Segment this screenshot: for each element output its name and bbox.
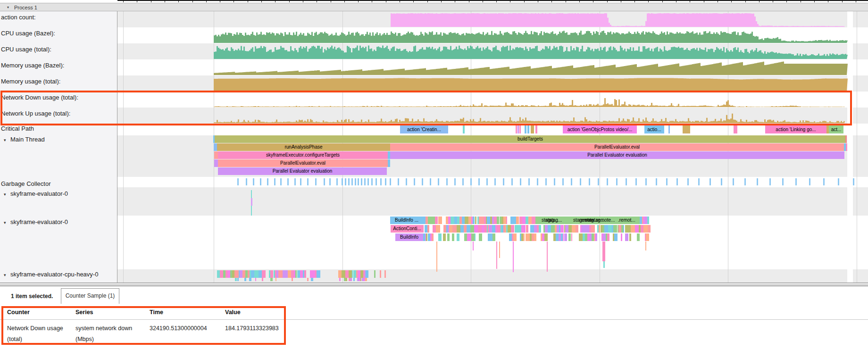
dense-slice[interactable]	[345, 278, 348, 281]
gc-event-tick[interactable]	[580, 178, 581, 185]
dense-slice[interactable]	[380, 270, 381, 278]
thread-slice[interactable]	[846, 143, 847, 151]
dense-slice[interactable]	[568, 225, 572, 233]
collapse-triangle-icon[interactable]: ▾	[4, 192, 10, 197]
sidebar-track-label[interactable]: Network Up usage (total):	[1, 110, 70, 117]
gc-event-tick[interactable]	[342, 178, 343, 185]
dense-slice[interactable]	[467, 233, 470, 241]
cell-time[interactable]: 324190.51300000004	[150, 323, 220, 334]
collapse-triangle-icon[interactable]: ▾	[4, 220, 10, 225]
column-header-counter[interactable]: Counter	[7, 309, 30, 316]
gc-event-tick[interactable]	[486, 178, 488, 185]
gc-event-tick[interactable]	[589, 178, 590, 185]
gc-event-tick[interactable]	[446, 178, 448, 185]
gc-event-tick[interactable]	[478, 178, 480, 185]
dense-slice[interactable]	[436, 225, 440, 233]
gc-event-tick[interactable]	[503, 178, 504, 185]
thread-slice[interactable]	[214, 143, 217, 151]
dense-slice[interactable]	[467, 225, 470, 233]
dense-slice[interactable]	[451, 217, 454, 224]
dense-slice[interactable]	[342, 270, 345, 278]
dense-slice[interactable]	[425, 225, 427, 233]
gc-event-tick[interactable]	[348, 178, 350, 185]
dense-slice[interactable]	[259, 270, 262, 278]
dense-slice[interactable]	[582, 225, 586, 233]
dense-slice[interactable]	[629, 233, 631, 241]
call-stack-spike[interactable]	[513, 242, 514, 272]
dense-slice[interactable]	[508, 225, 511, 233]
gc-event-tick[interactable]	[545, 178, 547, 185]
gc-event-tick[interactable]	[511, 178, 513, 185]
thread-slice[interactable]	[388, 159, 390, 167]
dense-slice[interactable]	[438, 233, 442, 241]
dense-slice[interactable]	[384, 270, 386, 278]
dense-slice[interactable]	[457, 233, 459, 241]
gc-event-tick[interactable]	[733, 178, 734, 185]
sidebar-track-group[interactable]: ▾skyframe-evaluator-0	[4, 190, 68, 197]
dense-slice[interactable]	[523, 233, 525, 241]
gc-event-tick[interactable]	[645, 178, 647, 185]
sidebar-track-group[interactable]: ▾Main Thread	[4, 136, 45, 143]
dense-slice[interactable]	[534, 233, 536, 241]
dense-slice[interactable]	[510, 217, 514, 224]
dense-slice[interactable]	[479, 217, 482, 224]
gc-event-tick[interactable]	[795, 178, 797, 185]
call-stack-spike[interactable]	[473, 242, 474, 250]
gc-event-tick[interactable]	[364, 178, 366, 185]
sidebar-track-group[interactable]: ▾skyframe-evaluator-0	[4, 218, 68, 225]
sidebar-track-group[interactable]: ▾skyframe-evaluator-cpu-heavy-0	[4, 271, 98, 278]
skyframe-slice[interactable]: BuildInfo	[395, 233, 423, 241]
dense-slice[interactable]	[572, 225, 576, 233]
gc-event-tick[interactable]	[414, 178, 415, 185]
dense-slice[interactable]	[631, 225, 635, 233]
dense-slice[interactable]	[511, 225, 515, 233]
gc-event-tick[interactable]	[635, 178, 637, 185]
dense-slice[interactable]	[625, 233, 628, 241]
collapse-triangle-icon[interactable]: ▾	[4, 273, 10, 277]
dense-slice[interactable]	[571, 233, 573, 241]
dense-slice[interactable]	[457, 225, 460, 233]
track-row-background[interactable]	[117, 187, 868, 216]
skyframe-slice[interactable]: ActionConti...	[391, 225, 424, 233]
critical-path-slice[interactable]	[463, 125, 465, 133]
dense-slice[interactable]	[532, 217, 535, 224]
gc-event-tick[interactable]	[744, 178, 746, 185]
dense-slice[interactable]	[339, 278, 341, 281]
gc-event-tick[interactable]	[315, 178, 317, 185]
gc-event-tick[interactable]	[676, 178, 678, 185]
dense-slice[interactable]	[365, 278, 367, 281]
sidebar-track-label[interactable]: Memory usage (Bazel):	[1, 62, 64, 69]
critical-path-slice[interactable]	[531, 125, 534, 133]
dense-slice[interactable]	[530, 225, 534, 233]
dense-slice[interactable]	[474, 225, 478, 233]
track-row-background[interactable]	[117, 108, 868, 124]
sidebar-track-label[interactable]: CPU usage (total):	[1, 46, 51, 53]
gc-event-tick[interactable]	[324, 178, 325, 185]
dense-slice[interactable]	[220, 270, 223, 278]
gc-event-tick[interactable]	[294, 178, 296, 185]
dense-slice[interactable]	[292, 278, 293, 281]
dense-slice[interactable]	[548, 225, 551, 233]
call-stack-spike[interactable]	[547, 242, 548, 272]
dense-slice[interactable]	[604, 225, 608, 233]
dense-slice[interactable]	[646, 233, 649, 241]
gc-event-tick[interactable]	[528, 178, 530, 185]
critical-path-slice[interactable]	[525, 125, 526, 133]
dense-slice[interactable]	[311, 278, 314, 281]
sidebar-track-label[interactable]: Critical Path	[1, 125, 34, 132]
gc-event-tick[interactable]	[470, 178, 472, 185]
dense-slice[interactable]	[234, 270, 239, 278]
dense-slice[interactable]	[470, 225, 474, 233]
dense-slice[interactable]	[487, 217, 490, 224]
dense-slice[interactable]	[288, 270, 292, 278]
gc-event-tick[interactable]	[237, 178, 239, 185]
dense-slice[interactable]	[613, 225, 618, 233]
dense-slice[interactable]	[596, 233, 597, 241]
dense-slice[interactable]	[311, 270, 315, 278]
call-stack-spike[interactable]	[602, 242, 605, 261]
dense-slice[interactable]	[349, 270, 352, 278]
call-stack-spike[interactable]	[436, 242, 437, 272]
track-row-background[interactable]	[117, 11, 868, 27]
gc-event-tick[interactable]	[607, 178, 608, 185]
gc-event-tick[interactable]	[345, 178, 346, 185]
